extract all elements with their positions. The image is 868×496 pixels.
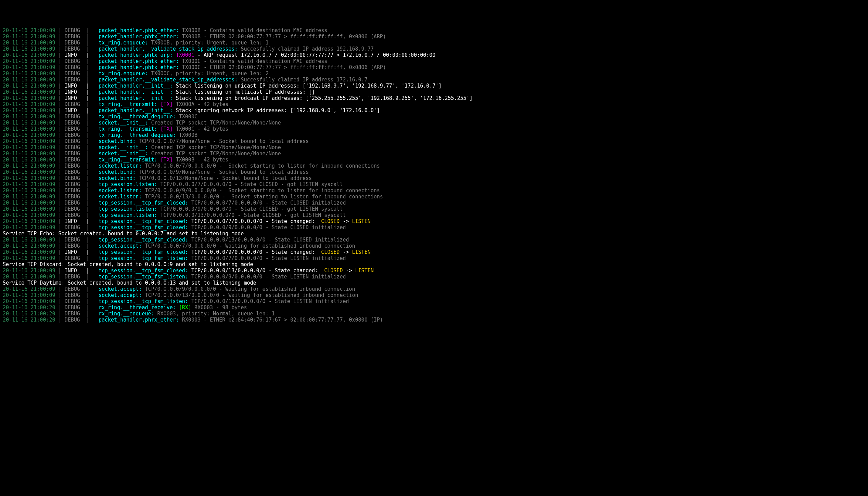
separator: | — [55, 157, 65, 163]
log-line: 20-11-16 21:00:09 | INFO | tcp_session._… — [3, 267, 865, 274]
log-message: TX000C - 42 bytes — [173, 126, 229, 132]
log-level: DEBUG — [65, 292, 83, 298]
log-source: packet_handler.phtx_ether: — [99, 27, 179, 34]
log-source: packet_handler.phtx_ether: — [99, 58, 179, 64]
log-message: TX000B — [176, 132, 197, 138]
log-level: DEBUG — [65, 126, 83, 132]
separator: | — [83, 200, 99, 206]
log-level: DEBUG — [65, 157, 83, 163]
log-line: 20-11-16 21:00:09 | DEBUG | socket.liste… — [3, 194, 865, 200]
log-line: Service TCP Discard: Socket created, bou… — [3, 261, 865, 267]
separator: | — [83, 151, 99, 157]
log-message: Stack ignoring network IP addresses: ['1… — [173, 107, 380, 114]
log-message: Created TCP socket TCP/None/None/None/No… — [148, 120, 281, 126]
log-line: 20-11-16 21:00:09 | INFO | tcp_session._… — [3, 249, 865, 255]
log-level: DEBUG — [65, 40, 83, 46]
log-source: tcp_session.__tcp_fsm_closed: — [99, 237, 188, 243]
separator: | — [55, 120, 65, 126]
separator: | — [83, 89, 99, 95]
log-message: TCP/0.0.0.0/7/0.0.0.0/0 - Waiting for es… — [142, 243, 355, 249]
log-line: 20-11-16 21:00:09 | DEBUG | packet_handl… — [3, 46, 865, 52]
timestamp: 20-11-16 21:00:09 — [3, 126, 55, 132]
log-message: RX0003, priority: Normal, queue len: 1 — [154, 311, 275, 317]
log-message: TCP/0.0.0.0/9/0.0.0.0/0 - State CLOSED i… — [188, 224, 346, 231]
separator: | — [83, 292, 99, 298]
log-line: 20-11-16 21:00:09 | DEBUG | packet_handl… — [3, 27, 865, 34]
separator: | — [83, 224, 99, 231]
log-source: tcp_session.__tcp_fsm_closed: — [99, 267, 188, 274]
separator: | — [83, 126, 99, 132]
log-message: [TX] — [157, 157, 173, 163]
log-output: 20-11-16 21:00:09 | DEBUG | packet_handl… — [3, 27, 865, 323]
log-level: INFO — [65, 83, 83, 89]
log-line: 20-11-16 21:00:09 | DEBUG | packet_handl… — [3, 64, 865, 70]
log-line: 20-11-16 21:00:09 | DEBUG | socket.accep… — [3, 243, 865, 249]
log-level: DEBUG — [65, 200, 83, 206]
separator: | — [83, 298, 99, 304]
separator: | — [55, 206, 65, 212]
log-message: -> — [346, 267, 355, 274]
log-message: TCP/0.0.0.0/7/0.0.0.0/0 - State LISTEN i… — [188, 255, 346, 261]
timestamp: 20-11-16 21:00:09 — [3, 27, 55, 34]
service-message: Service TCP Daytime: Socket created, bou… — [3, 280, 256, 286]
separator: | — [83, 317, 99, 323]
log-line: 20-11-16 21:00:09 | DEBUG | socket.__ini… — [3, 144, 865, 151]
log-source: packet_handler.__validate_stack_ip_addre… — [99, 46, 238, 52]
log-line: 20-11-16 21:00:09 | DEBUG | tx_ring.__tr… — [3, 126, 865, 132]
log-message: LISTEN — [352, 249, 371, 255]
log-message: LISTEN — [352, 218, 371, 224]
log-message: TX000C - Contains valid destination MAC … — [179, 58, 327, 64]
separator: | — [55, 52, 65, 58]
timestamp: 20-11-16 21:00:09 — [3, 101, 55, 107]
separator: | — [55, 317, 65, 323]
timestamp: 20-11-16 21:00:09 — [3, 175, 55, 181]
log-source: packet_handler.__init__: — [99, 95, 173, 101]
separator: | — [55, 89, 65, 95]
log-message: CLOSED — [321, 267, 346, 274]
log-message: -> — [343, 249, 352, 255]
separator: | — [83, 144, 99, 151]
log-line: 20-11-16 21:00:09 | DEBUG | tcp_session.… — [3, 212, 865, 218]
separator: | — [83, 187, 99, 194]
separator: | — [55, 243, 65, 249]
timestamp: 20-11-16 21:00:09 — [3, 58, 55, 64]
log-level: DEBUG — [65, 212, 83, 218]
separator: | — [55, 58, 65, 64]
separator: | — [55, 292, 65, 298]
timestamp: 20-11-16 21:00:09 — [3, 292, 55, 298]
log-line: 20-11-16 21:00:20 | DEBUG | packet_handl… — [3, 317, 865, 323]
separator: | — [83, 237, 99, 243]
timestamp: 20-11-16 21:00:09 — [3, 132, 55, 138]
timestamp: 20-11-16 21:00:09 — [3, 218, 55, 224]
log-line: 20-11-16 21:00:09 | DEBUG | tcp_session.… — [3, 206, 865, 212]
separator: | — [55, 311, 65, 317]
separator: | — [83, 267, 99, 274]
log-level: DEBUG — [65, 317, 83, 323]
separator: | — [55, 237, 65, 243]
log-line: 20-11-16 21:00:20 | DEBUG | rx_ring.__th… — [3, 304, 865, 311]
separator: | — [55, 194, 65, 200]
log-line: 20-11-16 21:00:09 | DEBUG | socket.accep… — [3, 286, 865, 292]
timestamp: 20-11-16 21:00:09 — [3, 138, 55, 144]
log-line: 20-11-16 21:00:09 | DEBUG | socket.bind:… — [3, 175, 865, 181]
log-level: DEBUG — [65, 286, 83, 292]
log-source: packet_handler.phrx_ether: — [99, 317, 179, 323]
log-message: TX000C — [173, 52, 194, 58]
timestamp: 20-11-16 21:00:09 — [3, 34, 55, 40]
log-level: DEBUG — [65, 298, 83, 304]
log-source: socket.listen: — [99, 194, 142, 200]
timestamp: 20-11-16 21:00:09 — [3, 169, 55, 175]
log-source: tcp_session.listen: — [99, 206, 157, 212]
log-level: DEBUG — [65, 163, 83, 169]
log-message: TCP/0.0.0.0/9/0.0.0.0/0 - State LISTEN i… — [188, 274, 346, 280]
log-line: 20-11-16 21:00:09 | INFO | packet_handle… — [3, 52, 865, 58]
separator: | — [55, 101, 65, 107]
separator: | — [55, 212, 65, 218]
separator: | — [83, 169, 99, 175]
log-level: INFO — [65, 218, 83, 224]
log-source: tcp_session.__tcp_fsm_closed: — [99, 249, 188, 255]
timestamp: 20-11-16 21:00:09 — [3, 249, 55, 255]
log-source: tcp_session.__tcp_fsm_closed: — [99, 218, 188, 224]
separator: | — [55, 46, 65, 52]
log-line: 20-11-16 21:00:09 | DEBUG | socket.bind:… — [3, 138, 865, 144]
